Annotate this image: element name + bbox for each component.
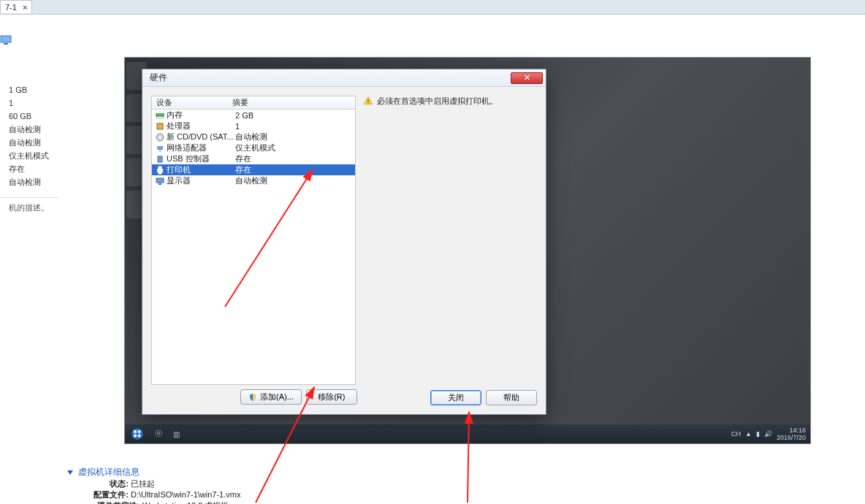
hardware-row-summary: 自动检测 [235, 175, 355, 186]
hardware-row-display[interactable]: 显示器自动检测 [152, 175, 355, 186]
svg-rect-23 [367, 99, 368, 102]
system-tray[interactable]: CH ▲ ▮ 🔊 14:16 2016/7/20 [727, 427, 810, 441]
add-button-label: 添加(A)... [260, 392, 294, 402]
chevron-down-icon [67, 470, 73, 475]
dialog-footer-buttons: 关闭 帮助 [430, 390, 537, 405]
svg-point-14 [159, 136, 161, 138]
svg-rect-12 [157, 123, 163, 129]
tray-time: 14:16 [777, 427, 806, 434]
svg-rect-3 [134, 430, 137, 433]
hardware-row-usb[interactable]: USB 控制器存在 [152, 153, 355, 164]
tab-strip: 7-1 × [0, 0, 865, 15]
spec-network: 仅主机模式 [0, 149, 58, 162]
spec-cddvd: 自动检测 [0, 123, 58, 136]
hardware-list-header: 设备 摘要 [152, 96, 355, 110]
dialog-titlebar[interactable]: 硬件 ✕ [142, 69, 546, 87]
tab-label: 7-1 [5, 3, 17, 12]
tray-network-icon[interactable]: ▮ [756, 430, 760, 438]
spec-disk: 60 GB [0, 110, 58, 123]
hardware-row-printer[interactable]: 打印机存在 [152, 164, 355, 175]
svg-rect-5 [134, 435, 137, 438]
spec-floppy: 自动检测 [0, 136, 58, 149]
dialog-close-button[interactable]: ✕ [511, 72, 543, 84]
hardware-list-panel: 设备 摘要 内存2 GB处理器1新 CD/DVD (SAT...自动检测网络适配… [151, 96, 356, 385]
hardware-list[interactable]: 内存2 GB处理器1新 CD/DVD (SAT...自动检测网络适配器仅主机模式… [152, 110, 355, 186]
hardware-row-summary: 存在 [235, 153, 355, 164]
hardware-row-summary: 自动检测 [235, 131, 355, 142]
usb-icon [155, 155, 165, 164]
cpu-icon [155, 122, 165, 131]
taskbar-explorer-icon[interactable]: ▥ [167, 430, 185, 438]
remove-button-label: 移除(R) [318, 392, 345, 402]
vm-details-header[interactable]: 虚拟机详细信息 [67, 466, 240, 478]
info-text: 必须在首选项中启用虚拟打印机。 [377, 96, 498, 107]
taskbar[interactable]: ⓔ ▥ CH ▲ ▮ 🔊 14:16 2016/7/20 [125, 424, 810, 443]
hardware-row-name: 内存 [167, 110, 235, 121]
shield-icon [248, 393, 257, 402]
svg-rect-24 [367, 102, 368, 103]
tray-volume-icon[interactable]: 🔊 [764, 430, 772, 438]
tray-date: 2016/7/20 [777, 434, 806, 441]
hardware-row-summary: 2 GB [235, 111, 355, 120]
tray-flag-icon[interactable]: ▲ [745, 430, 752, 438]
hardware-row-name: 显示器 [167, 175, 235, 186]
config-value: D:\UltraISO\win7-1\win7-1.vmx [131, 490, 240, 499]
svg-rect-22 [159, 183, 161, 185]
state-label: 状态: [89, 478, 129, 489]
svg-rect-20 [159, 172, 161, 174]
tab-vm[interactable]: 7-1 × [0, 0, 32, 13]
remove-button[interactable]: 移除(R) [306, 389, 357, 405]
svg-rect-7 [156, 113, 164, 117]
hardware-row-summary: 仅主机模式 [235, 142, 355, 153]
memory-icon [155, 111, 165, 120]
svg-rect-11 [163, 118, 164, 119]
hardware-row-summary: 1 [235, 122, 355, 131]
close-button[interactable]: 关闭 [430, 390, 481, 405]
spec-display: 自动检测 [0, 175, 58, 188]
add-button[interactable]: 添加(A)... [240, 389, 302, 405]
compat-label: 硬件兼容性: [89, 500, 140, 504]
svg-rect-15 [157, 146, 163, 150]
hardware-row-cpu[interactable]: 处理器1 [152, 121, 355, 131]
svg-rect-8 [156, 118, 157, 119]
help-button[interactable]: 帮助 [486, 390, 537, 405]
dialog-body: 设备 摘要 内存2 GB处理器1新 CD/DVD (SAT...自动检测网络适配… [142, 87, 546, 414]
close-icon[interactable]: × [23, 3, 27, 12]
hardware-row-network[interactable]: 网络适配器仅主机模式 [152, 142, 355, 153]
display-icon [155, 177, 165, 186]
tray-lang[interactable]: CH [731, 430, 741, 438]
help-button-label: 帮助 [503, 392, 519, 403]
header-summary: 摘要 [232, 97, 355, 108]
svg-rect-4 [138, 430, 141, 433]
hardware-row-name: 打印机 [167, 164, 235, 175]
svg-rect-6 [138, 435, 141, 438]
svg-rect-10 [161, 118, 161, 119]
svg-rect-21 [156, 178, 164, 183]
add-remove-buttons: 添加(A)... 移除(R) [240, 389, 357, 405]
svg-rect-9 [159, 118, 159, 119]
hardware-row-summary: 存在 [235, 164, 355, 175]
compat-value: Workstation 12.0 虚拟机 [142, 501, 229, 504]
svg-rect-19 [159, 167, 161, 169]
printer-icon [155, 166, 165, 175]
vm-details: 虚拟机详细信息 状态: 已挂起 配置文件: D:\UltraISO\win7-1… [67, 466, 240, 504]
spec-usb: 存在 [0, 162, 58, 175]
close-button-label: 关闭 [448, 392, 464, 403]
header-device: 设备 [152, 97, 232, 108]
info-panel: 必须在首选项中启用虚拟打印机。 [363, 96, 537, 107]
hardware-row-name: 新 CD/DVD (SAT... [167, 131, 235, 142]
svg-point-2 [132, 428, 143, 440]
vm-icon [0, 35, 58, 51]
vm-details-title: 虚拟机详细信息 [78, 467, 140, 477]
hardware-row-disc[interactable]: 新 CD/DVD (SAT...自动检测 [152, 131, 355, 142]
taskbar-ie-icon[interactable]: ⓔ [150, 429, 167, 439]
disc-icon [155, 133, 165, 142]
hardware-row-memory[interactable]: 内存2 GB [152, 110, 355, 121]
network-icon [155, 144, 165, 153]
hardware-row-name: USB 控制器 [167, 153, 235, 164]
start-button[interactable] [125, 424, 150, 443]
hardware-row-name: 网络适配器 [167, 142, 235, 153]
svg-rect-17 [158, 156, 162, 162]
spec-memory: 1 GB [0, 83, 58, 96]
warning-icon [363, 96, 373, 106]
